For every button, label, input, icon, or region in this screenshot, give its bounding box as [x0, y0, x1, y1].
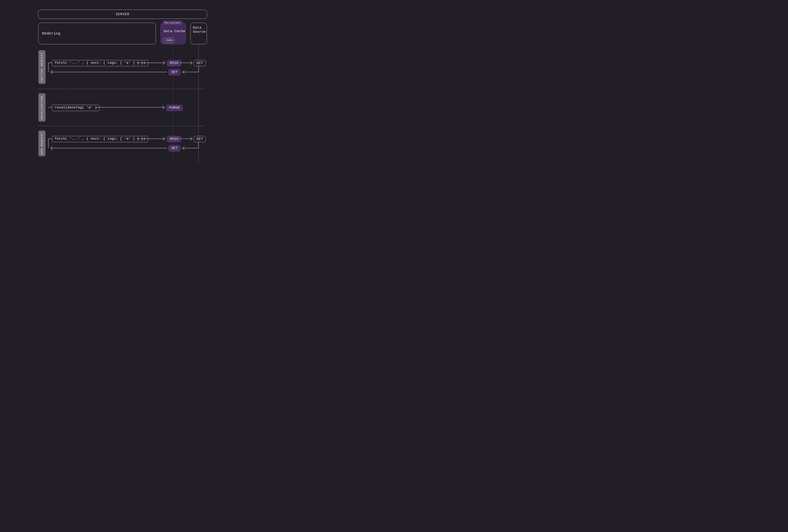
section-label-new: NEW REQUEST	[38, 131, 45, 156]
data-cache-format: JSON	[163, 38, 174, 43]
code-pill-fetch-initial: fetch( ‘...’ , { next: { tags: [ ‘a’ ] }…	[52, 60, 148, 66]
badge-set-new: SET	[169, 145, 180, 152]
data-cache-badge: Persistent	[163, 21, 182, 25]
section-label-revalidation: REVALIDATION	[38, 93, 45, 121]
badge-set-initial: SET	[169, 69, 180, 75]
badge-hit-initial: HIT	[194, 60, 206, 66]
server-title: SERVER	[38, 9, 207, 19]
badge-miss-initial: MISS	[167, 60, 181, 66]
diagram-canvas: SERVER Redering Persistent Data Cache JS…	[0, 0, 245, 165]
data-source-line2: Source	[193, 30, 206, 34]
code-pill-revalidate: revalidateTag( ‘a’ )	[52, 105, 100, 111]
badge-purge: PURGE	[166, 105, 183, 111]
code-pill-fetch-new: fetch( ‘...’ , { next: { tags: [ ‘a’ ] }…	[52, 136, 148, 142]
badge-hit-new: HIT	[194, 136, 206, 142]
badge-miss-new: MISS	[167, 136, 181, 142]
section-label-initial: INITIAL REQUEST	[38, 50, 45, 84]
rendering-title: Redering	[42, 32, 60, 36]
data-cache-title: Data Cache	[164, 29, 185, 33]
data-source-line1: Data	[193, 26, 201, 30]
